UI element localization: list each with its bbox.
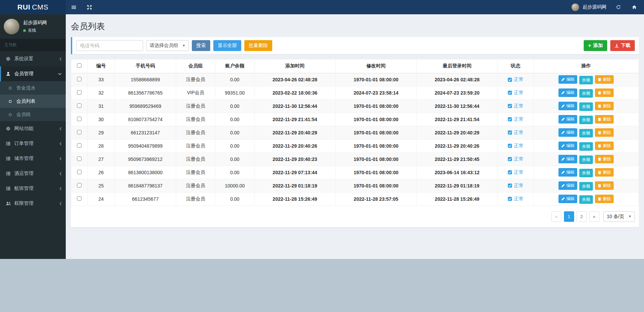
delete-button[interactable]: 删除 <box>595 168 614 177</box>
app-wrapper: RUI CMS 起步源码网 起步源码网 在线 <box>0 0 644 259</box>
member-table: 编号手机号码会员组账户余额添加时间修改时间最后登录时间状态操作 33155886… <box>71 59 639 206</box>
download-button[interactable]: 下载 <box>610 40 635 51</box>
pencil-icon <box>561 144 565 148</box>
select-all-checkbox[interactable] <box>77 63 81 68</box>
cell-status: 正常 <box>498 73 534 86</box>
row-select-cell <box>71 86 88 100</box>
sidebar-subitem[interactable]: 会员列表 <box>0 95 66 108</box>
list-icon <box>5 156 11 161</box>
cell-last-login-time: 2022-11-29 20:40:26 <box>417 139 498 153</box>
balance-button[interactable]: 余额 <box>579 76 593 84</box>
pagination-next[interactable]: » <box>589 211 599 222</box>
edit-button[interactable]: 编辑 <box>558 75 577 84</box>
sidebar-item[interactable]: 酒店管理 <box>0 166 66 181</box>
cell-phone: 8618487798137 <box>115 179 176 193</box>
online-status: 在线 <box>23 28 47 33</box>
balance-button[interactable]: 余额 <box>579 129 593 137</box>
row-checkbox[interactable] <box>77 143 81 148</box>
download-icon <box>615 44 619 48</box>
edit-button[interactable]: 编辑 <box>558 88 577 97</box>
row-checkbox[interactable] <box>77 90 81 95</box>
sidebar-subitem[interactable]: 资金流水 <box>0 81 66 95</box>
pagination-prev[interactable]: « <box>551 211 562 222</box>
chevron-left-icon <box>59 57 62 61</box>
delete-button[interactable]: 删除 <box>595 115 614 124</box>
add-button[interactable]: + 添加 <box>584 40 607 51</box>
home-icon[interactable] <box>626 0 642 14</box>
edit-button[interactable]: 编辑 <box>558 195 577 203</box>
row-checkbox[interactable] <box>77 103 81 108</box>
balance-button[interactable]: 余额 <box>579 182 593 191</box>
cell-status: 正常 <box>498 166 534 179</box>
balance-button[interactable]: 余额 <box>579 169 593 177</box>
sidebar-item-label: 权限管理 <box>14 200 33 207</box>
cell-status: 正常 <box>498 179 534 193</box>
sidebar-subitem-label: 会员列表 <box>16 98 35 104</box>
row-checkbox[interactable] <box>77 130 81 134</box>
delete-button[interactable]: 删除 <box>595 181 614 190</box>
logo-text-light: CMS <box>32 3 48 11</box>
row-checkbox[interactable] <box>77 117 81 121</box>
menu-icon[interactable] <box>66 0 81 14</box>
delete-button[interactable]: 删除 <box>595 155 614 163</box>
balance-button[interactable]: 余额 <box>579 102 593 111</box>
edit-button[interactable]: 编辑 <box>558 168 577 177</box>
sidebar-subitem[interactable]: 会员组 <box>0 108 66 121</box>
delete-button[interactable]: 删除 <box>595 75 614 84</box>
sidebar-item[interactable]: 会员管理 <box>0 66 66 81</box>
cell-actions: 编辑余额删除 <box>534 166 639 179</box>
table-header-row: 编号手机号码会员组账户余额添加时间修改时间最后登录时间状态操作 <box>71 60 639 73</box>
trash-icon <box>598 170 601 174</box>
sidebar-item[interactable]: 系统设置 <box>0 51 66 66</box>
edit-button[interactable]: 编辑 <box>558 128 577 137</box>
pagination-page[interactable]: 2 <box>577 211 587 222</box>
delete-button[interactable]: 删除 <box>595 142 614 150</box>
cell-id: 27 <box>88 153 115 166</box>
pagination-page[interactable]: 1 <box>564 211 574 222</box>
sidebar-item[interactable]: 权限管理 <box>0 196 66 211</box>
balance-button[interactable]: 余额 <box>579 116 593 124</box>
balance-button[interactable]: 余额 <box>579 89 593 98</box>
refresh-icon[interactable] <box>611 0 626 14</box>
batch-delete-button[interactable]: 批量删除 <box>244 40 272 51</box>
cell-modified-time: 1970-01-01 08:00:00 <box>336 139 417 153</box>
sidebar-item[interactable]: 网站功能 <box>0 121 66 136</box>
sidebar-item[interactable]: 订单管理 <box>0 136 66 151</box>
sidebar-item[interactable]: 城市管理 <box>0 151 66 166</box>
edit-button[interactable]: 编辑 <box>558 115 577 124</box>
search-button[interactable]: 搜索 <box>192 40 210 51</box>
trash-icon <box>598 104 601 108</box>
cell-balance: 0.00 <box>215 193 255 206</box>
edit-button[interactable]: 编辑 <box>558 102 577 110</box>
row-checkbox[interactable] <box>77 157 81 161</box>
user-menu[interactable]: 起步源码网 <box>567 0 611 14</box>
delete-button[interactable]: 删除 <box>595 102 614 110</box>
delete-button[interactable]: 删除 <box>595 128 614 137</box>
table-row: 258618487798137注册会员10000.002022-11-29 01… <box>71 179 639 193</box>
row-checkbox[interactable] <box>77 183 81 187</box>
fullscreen-icon[interactable] <box>81 0 97 14</box>
show-all-button[interactable]: 显示全部 <box>213 40 241 51</box>
balance-button[interactable]: 余额 <box>579 195 593 204</box>
balance-button[interactable]: 余额 <box>579 155 593 164</box>
row-select-cell <box>71 166 88 179</box>
cell-added-time: 2022-11-29 20:40:26 <box>255 139 336 153</box>
edit-button[interactable]: 编辑 <box>558 155 577 163</box>
delete-button[interactable]: 删除 <box>595 195 614 203</box>
logo[interactable]: RUI CMS <box>0 0 66 14</box>
row-checkbox[interactable] <box>77 196 81 201</box>
delete-button[interactable]: 删除 <box>595 88 614 97</box>
circle-o-icon <box>7 113 13 116</box>
balance-button[interactable]: 余额 <box>579 142 593 151</box>
trash-icon <box>598 144 601 148</box>
phone-search-input[interactable] <box>76 40 143 51</box>
page-size-select[interactable]: 10 条/页 ▼ <box>603 211 635 222</box>
edit-button[interactable]: 编辑 <box>558 142 577 150</box>
cell-modified-time: 1970-01-01 08:00:00 <box>336 153 417 166</box>
edit-button[interactable]: 编辑 <box>558 181 577 190</box>
row-checkbox[interactable] <box>77 170 81 174</box>
member-group-select[interactable]: 请选择会员组 ▼ <box>146 40 189 51</box>
sidebar-item[interactable]: 航班管理 <box>0 181 66 196</box>
topbar: RUI CMS 起步源码网 <box>0 0 644 14</box>
row-checkbox[interactable] <box>77 77 81 81</box>
